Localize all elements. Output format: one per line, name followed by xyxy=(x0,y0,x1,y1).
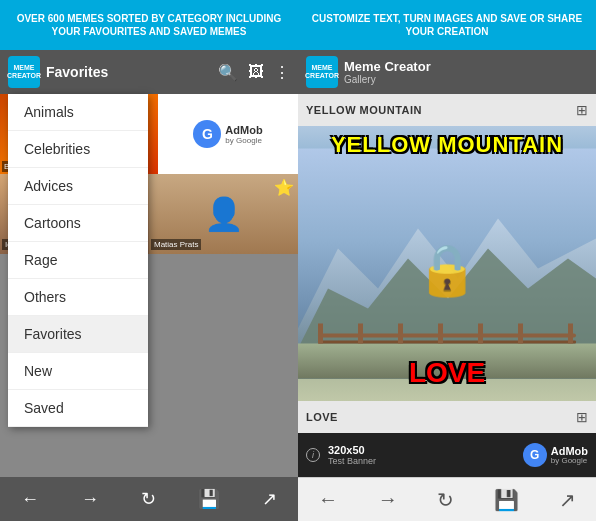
image-title-bar: YELLOW MOUNTAIN ⊞ xyxy=(298,94,596,126)
image-icon[interactable]: 🖼 xyxy=(248,63,264,81)
app-logo-left: MEME CREATOR xyxy=(8,56,40,88)
admob-brand-text: AdMob by Google xyxy=(551,445,588,466)
image-title-text: YELLOW MOUNTAIN xyxy=(306,104,422,116)
dropdown-others[interactable]: Others xyxy=(8,279,148,316)
left-nav-refresh[interactable]: ↻ xyxy=(141,488,156,510)
svg-rect-4 xyxy=(318,334,576,338)
left-nav-save[interactable]: 💾 xyxy=(198,488,220,510)
svg-rect-8 xyxy=(398,324,403,344)
right-header: MEME CREATOR Meme Creator Gallery xyxy=(298,50,596,94)
left-panel: MEME CREATOR Favorites 🔍 🖼 ⋮ i Burning G xyxy=(0,50,298,521)
admob-info-icon: i xyxy=(306,448,320,462)
svg-rect-9 xyxy=(438,324,443,344)
banner-left-text: OVER 600 MEMES SORTED BY CATEGORY INCLUD… xyxy=(8,12,290,38)
right-content: YELLOW MOUNTAIN ⊞ xyxy=(298,94,596,433)
person-name-2: Matias Prats xyxy=(151,239,201,250)
more-icon[interactable]: ⋮ xyxy=(274,63,290,82)
right-header-title: Meme Creator xyxy=(344,59,588,74)
left-nav-forward[interactable]: → xyxy=(81,489,99,510)
bottom-text-bar: LOVE ⊞ xyxy=(298,401,596,433)
admob-circle-icon: G xyxy=(523,443,547,467)
right-admob-banner: i 320x50 Test Banner G AdMob by Google xyxy=(298,433,596,477)
admob-right-logo: G AdMob by Google xyxy=(523,443,588,467)
banner-right: CUSTOMIZE TEXT, TURN IMAGES AND SAVE OR … xyxy=(298,0,596,50)
bottom-adjust-icon[interactable]: ⊞ xyxy=(576,409,588,425)
right-header-text: Meme Creator Gallery xyxy=(344,59,588,85)
star-badge-2: ⭐ xyxy=(274,178,294,197)
svg-rect-7 xyxy=(358,324,363,344)
thumbnail-person2[interactable]: 👤 ⭐ Matias Prats xyxy=(149,174,298,254)
main-content: MEME CREATOR Favorites 🔍 🖼 ⋮ i Burning G xyxy=(0,50,596,521)
admob-text-left: AdMob by Google xyxy=(225,124,262,145)
right-panel: MEME CREATOR Meme Creator Gallery YELLOW… xyxy=(298,50,596,521)
admob-main-left: AdMob xyxy=(225,124,262,136)
svg-rect-11 xyxy=(518,324,523,344)
left-nav-share[interactable]: ↗ xyxy=(262,488,277,510)
dropdown-menu: Animals Celebrities Advices Cartoons Rag… xyxy=(8,94,148,427)
bottom-text-label: LOVE xyxy=(306,411,338,423)
right-header-subtitle: Gallery xyxy=(344,74,588,85)
admob-logo-left: G xyxy=(193,120,221,148)
dropdown-saved[interactable]: Saved xyxy=(8,390,148,427)
nav-share-icon[interactable]: ↗ xyxy=(559,488,576,512)
left-header-title: Favorites xyxy=(46,64,212,80)
svg-rect-6 xyxy=(318,324,323,344)
meme-bottom-text: LOVE xyxy=(298,357,596,389)
dropdown-celebrities[interactable]: Celebrities xyxy=(8,131,148,168)
dropdown-new[interactable]: New xyxy=(8,353,148,390)
admob-left: G AdMob by Google xyxy=(193,120,262,148)
adjust-icon[interactable]: ⊞ xyxy=(576,102,588,118)
svg-rect-10 xyxy=(478,324,483,344)
dropdown-animals[interactable]: Animals xyxy=(8,94,148,131)
banner-left: OVER 600 MEMES SORTED BY CATEGORY INCLUD… xyxy=(0,0,298,50)
right-nav: ← → ↻ 💾 ↗ xyxy=(298,477,596,521)
dropdown-rage[interactable]: Rage xyxy=(8,242,148,279)
nav-forward-icon[interactable]: → xyxy=(378,488,398,511)
admob-size-label: 320x50 xyxy=(328,444,515,456)
top-banners: OVER 600 MEMES SORTED BY CATEGORY INCLUD… xyxy=(0,0,596,50)
search-icon[interactable]: 🔍 xyxy=(218,63,238,82)
meme-image-area: 🔒 YELLOW MOUNTAIN LOVE xyxy=(298,126,596,401)
nav-save-icon[interactable]: 💾 xyxy=(494,488,519,512)
svg-rect-5 xyxy=(318,341,576,344)
left-bottom-bar: ← → ↻ 💾 ↗ xyxy=(0,477,298,521)
admob-sub-left: by Google xyxy=(225,136,262,145)
lock-decoration: 🔒 xyxy=(416,240,478,298)
left-header: MEME CREATOR Favorites 🔍 🖼 ⋮ xyxy=(0,50,298,94)
meme-bg: 🔒 YELLOW MOUNTAIN LOVE xyxy=(298,126,596,401)
app-logo-right: MEME CREATOR xyxy=(306,56,338,88)
dropdown-advices[interactable]: Advices xyxy=(8,168,148,205)
banner-right-text: CUSTOMIZE TEXT, TURN IMAGES AND SAVE OR … xyxy=(306,12,588,38)
admob-banner-text: 320x50 Test Banner xyxy=(328,444,515,466)
dropdown-cartoons[interactable]: Cartoons xyxy=(8,205,148,242)
nav-refresh-icon[interactable]: ↻ xyxy=(437,488,454,512)
svg-rect-12 xyxy=(568,324,573,344)
nav-back-icon[interactable]: ← xyxy=(318,488,338,511)
left-nav-back[interactable]: ← xyxy=(21,489,39,510)
meme-top-text: YELLOW MOUNTAIN xyxy=(298,134,596,156)
dropdown-favorites[interactable]: Favorites xyxy=(8,316,148,353)
thumbnail-admob-area: G AdMob by Google xyxy=(158,94,298,174)
admob-type-label: Test Banner xyxy=(328,456,515,466)
header-icons: 🔍 🖼 ⋮ xyxy=(218,63,290,82)
